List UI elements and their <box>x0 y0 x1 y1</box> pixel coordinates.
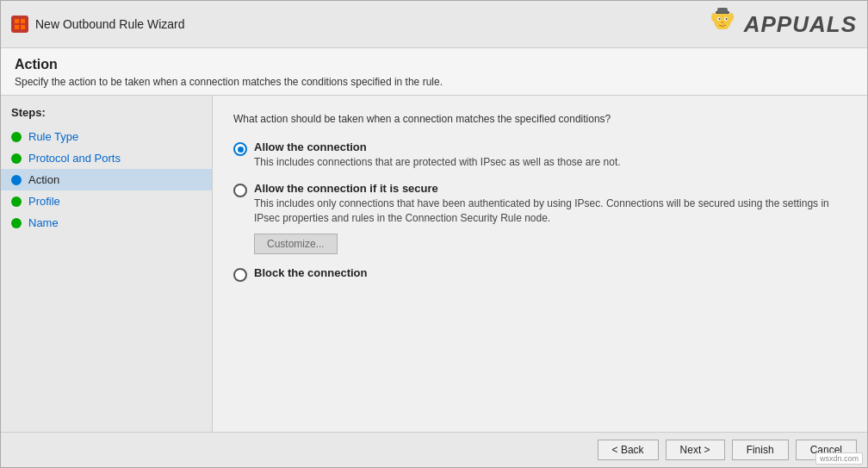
mascot-icon <box>706 8 739 41</box>
radio-button-allow[interactable] <box>233 142 247 156</box>
sidebar-label-protocol-ports: Protocol and Ports <box>28 152 121 165</box>
svg-rect-13 <box>717 8 728 13</box>
svg-rect-2 <box>15 25 19 29</box>
sidebar-label-profile: Profile <box>28 195 60 208</box>
window-icon <box>11 16 28 33</box>
svg-rect-14 <box>717 29 728 36</box>
status-dot-name <box>11 218 22 228</box>
radio-desc-allow: This includes connections that are prote… <box>254 155 846 170</box>
svg-rect-0 <box>15 19 19 23</box>
svg-point-4 <box>714 11 731 30</box>
radio-content-allow-secure: Allow the connection if it is secure Thi… <box>254 182 846 255</box>
radio-content-block: Block the connection <box>254 266 846 281</box>
radio-option-allow-secure[interactable]: Allow the connection if it is secure Thi… <box>233 182 846 255</box>
status-dot-rule-type <box>11 132 22 142</box>
svg-rect-3 <box>21 25 25 29</box>
page-description: Specify the action to be taken when a co… <box>15 76 853 88</box>
radio-button-block[interactable] <box>233 268 247 282</box>
sidebar-item-name[interactable]: Name <box>1 212 212 234</box>
question-text: What action should be taken when a conne… <box>233 113 846 125</box>
status-dot-protocol-ports <box>11 153 22 164</box>
radio-label-allow-secure: Allow the connection if it is secure <box>254 182 846 195</box>
radio-desc-allow-secure: This includes only connections that have… <box>254 197 846 226</box>
finish-button[interactable]: Finish <box>732 440 789 460</box>
sidebar-label-action: Action <box>28 173 59 186</box>
status-dot-profile <box>11 197 22 207</box>
bottom-bar: < Back Next > Finish Cancel <box>1 432 867 467</box>
sidebar-item-action[interactable]: Action <box>1 169 212 190</box>
next-button[interactable]: Next > <box>666 440 725 460</box>
sidebar-item-profile[interactable]: Profile <box>1 190 212 212</box>
status-dot-action <box>11 175 22 185</box>
logo-text: APPUALS <box>744 11 857 38</box>
svg-point-11 <box>728 13 734 22</box>
main-panel: What action should be taken when a conne… <box>213 96 867 432</box>
svg-point-8 <box>725 18 727 20</box>
window-title: New Outbound Rule Wizard <box>35 17 185 31</box>
content-area: Steps: Rule Type Protocol and Ports Acti… <box>1 96 867 432</box>
svg-point-7 <box>718 18 720 20</box>
page-heading: Action <box>15 57 853 72</box>
radio-option-allow[interactable]: Allow the connection This includes conne… <box>233 140 846 170</box>
svg-rect-1 <box>21 19 25 23</box>
title-bar: New Outbound Rule Wizard <box>1 1 867 48</box>
watermark-badge: wsxdn.com <box>815 452 863 465</box>
sidebar: Steps: Rule Type Protocol and Ports Acti… <box>1 96 213 432</box>
radio-content-allow: Allow the connection This includes conne… <box>254 140 846 170</box>
svg-point-9 <box>721 22 723 23</box>
sidebar-label-rule-type: Rule Type <box>28 130 78 143</box>
customize-button[interactable]: Customize... <box>254 234 338 254</box>
back-button[interactable]: < Back <box>598 440 659 460</box>
radio-label-block: Block the connection <box>254 266 846 279</box>
radio-label-allow: Allow the connection <box>254 140 846 153</box>
radio-option-block[interactable]: Block the connection <box>233 266 846 282</box>
sidebar-item-protocol-ports[interactable]: Protocol and Ports <box>1 147 212 169</box>
appuals-logo: APPUALS <box>706 8 857 41</box>
svg-point-10 <box>711 13 716 22</box>
radio-button-allow-secure[interactable] <box>233 184 247 197</box>
sidebar-title: Steps: <box>1 106 212 126</box>
sidebar-label-name: Name <box>28 216 59 229</box>
sidebar-item-rule-type[interactable]: Rule Type <box>1 126 212 147</box>
header-section: Action Specify the action to be taken wh… <box>1 48 867 96</box>
